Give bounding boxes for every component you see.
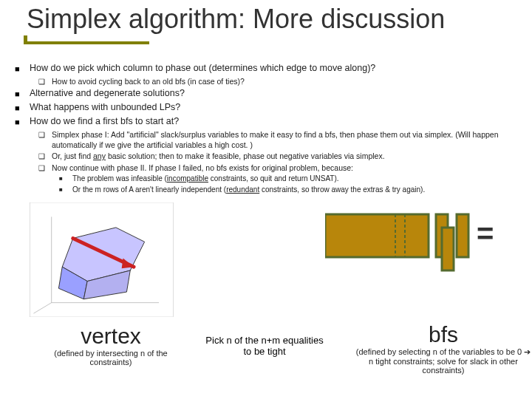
svg-rect-9 [325, 214, 429, 257]
bullet-text: Or the m rows of A aren't linearly indep… [72, 185, 425, 195]
equals-sign: = [477, 217, 494, 250]
bullet-text: Simplex phase I: Add "artificial" slack/… [52, 129, 525, 150]
bfs-caption: bfs (defined by selecting n of the varia… [355, 322, 532, 375]
content-block: ■How do we pick which column to phase ou… [15, 62, 525, 195]
hollow-square-icon: ❑ [38, 163, 46, 174]
svg-rect-13 [442, 228, 454, 270]
hollow-square-icon: ❑ [38, 129, 46, 150]
bfs-bars-figure [325, 198, 532, 279]
square-bullet-icon: ■ [59, 185, 66, 195]
vertex-sub: (defined by intersecting n of the constr… [37, 349, 185, 366]
bfs-sub: (defined by selecting n of the variables… [355, 347, 532, 375]
square-bullet-icon: ■ [15, 62, 22, 75]
square-bullet-icon: ■ [59, 174, 66, 184]
polytope-figure [30, 202, 174, 317]
vertex-caption: vertex (defined by intersecting n of the… [37, 324, 185, 366]
bullet-text: Now continue with phase II. If phase I f… [52, 163, 353, 174]
svg-rect-14 [457, 214, 468, 257]
hollow-square-icon: ❑ [38, 76, 46, 87]
hollow-square-icon: ❑ [38, 151, 46, 162]
bfs-word: bfs [355, 322, 532, 347]
bullet-text: The problem was infeasible (incompatible… [72, 174, 339, 184]
bullet-text: How to avoid cycling back to an old bfs … [52, 76, 245, 87]
page-title: Simplex algorithm: More discussion [27, 4, 514, 34]
square-bullet-icon: ■ [15, 101, 22, 114]
square-bullet-icon: ■ [15, 87, 22, 100]
middle-caption: Pick n of the n+m equalities to be tight [205, 335, 324, 357]
vertex-word: vertex [37, 324, 185, 349]
bullet-text: How do we pick which column to phase out… [30, 62, 375, 75]
bullet-text: How do we find a first bfs to start at? [30, 115, 179, 128]
bullet-text: What happens with unbounded LPs? [30, 101, 180, 114]
square-bullet-icon: ■ [15, 115, 22, 128]
bullet-text: Alternative and degenerate solutions? [30, 87, 185, 100]
bullet-text: Or, just find any basic solution; then t… [52, 151, 385, 162]
title-accent-rule [24, 35, 149, 44]
